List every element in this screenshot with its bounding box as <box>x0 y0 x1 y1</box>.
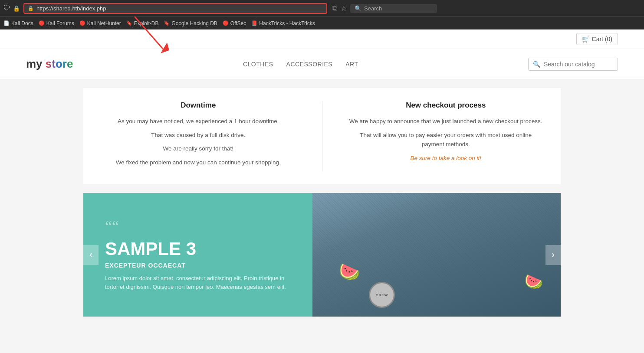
kali-forums-icon: 🔴 <box>39 20 45 26</box>
browser-nav-icons: 🛡 🔒 <box>3 4 20 12</box>
logo-my-text: my <box>26 57 46 70</box>
bookmark-label: Kali Docs <box>11 20 33 26</box>
watermelon-pin-1: 🍉 <box>338 261 360 282</box>
url-lock-icon: 🔒 <box>28 6 34 11</box>
store-nav: CLOTHES ACCESSORIES ART <box>243 61 358 68</box>
downtime-panel: Downtime As you may have noticed, we exp… <box>101 101 296 171</box>
exploitdb-icon: 🔖 <box>126 20 132 26</box>
checkout-panel: New checkout process We are happy to ann… <box>348 101 544 171</box>
bookmark-kali-nethunter[interactable]: 🔴 Kali NetHunter <box>79 20 121 26</box>
browser-right-icons: ⧉ ☆ <box>332 4 347 13</box>
nav-clothes[interactable]: CLOTHES <box>243 61 273 68</box>
bookmark-label: OffSec <box>230 20 246 26</box>
watermelon-pin-2: 🍉 <box>524 273 543 291</box>
search-icon: 🔍 <box>355 5 361 12</box>
carousel-next-button[interactable]: › <box>545 245 561 265</box>
catalog-search-box[interactable]: 🔍 <box>528 58 618 71</box>
google-hacking-icon: 🔖 <box>164 20 170 26</box>
crew-pin: CREW <box>369 282 395 308</box>
kali-docs-icon: 📄 <box>3 20 10 26</box>
catalog-search-input[interactable] <box>544 61 613 68</box>
browser-search-box[interactable]: 🔍 Search <box>350 4 437 13</box>
carousel-description: Lorem ipsum dolor sit amet, consectetur … <box>105 274 291 291</box>
browser-chrome: 🛡 🔒 🔒 https://shared.htb/index.php ⧉ ☆ 🔍… <box>0 0 644 16</box>
logo-store-text: store <box>46 57 73 70</box>
bookmark-label: Exploit-DB <box>134 20 159 26</box>
bookmark-kali-docs[interactable]: 📄 Kali Docs <box>3 20 33 26</box>
hacktricks-icon: 📕 <box>251 20 257 26</box>
bookmark-exploitdb[interactable]: 🔖 Exploit-DB <box>126 20 159 26</box>
carousel-title: SAMPLE 3 <box>105 239 291 259</box>
carousel: ‹ ““ SAMPLE 3 EXCEPTEUR OCCAECAT Lorem i… <box>83 193 561 317</box>
star-icon[interactable]: ☆ <box>341 4 347 13</box>
denim-background: 🍉 🍉 CREW <box>312 193 561 317</box>
cart-icon: 🛒 <box>582 36 589 42</box>
carousel-prev-button[interactable]: ‹ <box>83 245 99 265</box>
downtime-para3: We are really sorry for that! <box>101 144 296 154</box>
bookmark-offsec[interactable]: 🔴 OffSec <box>223 20 246 26</box>
cart-button[interactable]: 🛒 Cart (0) <box>576 33 618 45</box>
downtime-para2: That was caused by a full disk drive. <box>101 131 296 140</box>
url-text: https://shared.htb/index.php <box>36 5 106 12</box>
bookmark-label: HackTricks - HackTricks <box>259 20 315 26</box>
bookmark-kali-forums[interactable]: 🔴 Kali Forums <box>39 20 74 26</box>
catalog-search-icon: 🔍 <box>533 61 540 68</box>
nav-accessories[interactable]: ACCESSORIES <box>286 61 333 68</box>
store-logo[interactable]: my store <box>26 57 73 71</box>
bookmark-hacktricks[interactable]: 📕 HackTricks - HackTricks <box>251 20 315 26</box>
bookmark-label: Google Hacking DB <box>171 20 217 26</box>
offsec-icon: 🔴 <box>223 20 229 26</box>
store-header: my store CLOTHES ACCESSORIES ART 🔍 <box>0 49 644 79</box>
url-bar[interactable]: 🔒 https://shared.htb/index.php <box>23 3 327 14</box>
nav-art[interactable]: ART <box>345 61 358 68</box>
bookmarks-bar: 📄 Kali Docs 🔴 Kali Forums 🔴 Kali NetHunt… <box>0 16 644 29</box>
carousel-content-left: ““ SAMPLE 3 EXCEPTEUR OCCAECAT Lorem ips… <box>83 193 312 317</box>
checkout-para2: That will allow you to pay easier your o… <box>348 131 544 149</box>
carousel-quote-mark: ““ <box>105 219 291 234</box>
downtime-title: Downtime <box>101 101 296 110</box>
cart-label: Cart (0) <box>592 36 612 42</box>
panel-divider <box>322 101 322 171</box>
carousel-image-right: 🍉 🍉 CREW <box>312 193 561 317</box>
cart-bar: 🛒 Cart (0) <box>0 29 644 49</box>
tab-icon: ⧉ <box>332 4 337 12</box>
checkout-para3[interactable]: Be sure to take a look on it! <box>348 154 544 163</box>
lock-icon: 🔒 <box>13 5 20 12</box>
downtime-para4: We fixed the problem and now you can con… <box>101 158 296 167</box>
bookmark-label: Kali NetHunter <box>87 20 121 26</box>
shield-icon: 🛡 <box>3 4 10 12</box>
checkout-title: New checkout process <box>348 101 544 110</box>
checkout-para1: We are happy to announce that we just la… <box>348 117 544 126</box>
search-label: Search <box>364 5 382 12</box>
info-panels: Downtime As you may have noticed, we exp… <box>83 88 561 184</box>
carousel-subtitle: EXCEPTEUR OCCAECAT <box>105 262 291 269</box>
kali-nethunter-icon: 🔴 <box>79 20 85 26</box>
bookmark-label: Kali Forums <box>46 20 74 26</box>
bookmark-google-hacking[interactable]: 🔖 Google Hacking DB <box>164 20 217 26</box>
downtime-para1: As you may have noticed, we experienced … <box>101 117 296 126</box>
